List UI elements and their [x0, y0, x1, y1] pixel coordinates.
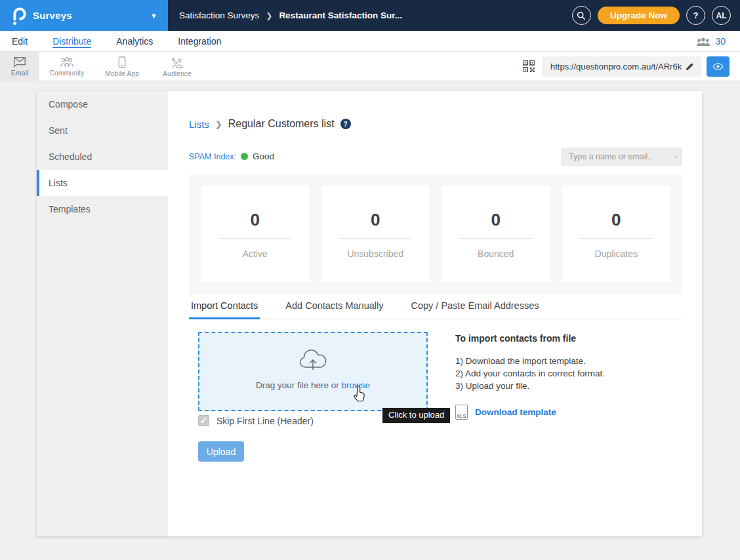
preview-button[interactable] [707, 56, 730, 77]
instruction-step: 1) Download the import template. [455, 355, 678, 367]
channel-email[interactable]: Email [0, 52, 39, 81]
chevron-right-icon: ❯ [215, 119, 222, 129]
respondent-counter[interactable]: 30 [696, 31, 726, 52]
skip-first-line-checkbox[interactable]: ✓ [198, 415, 209, 426]
stat-label: Active [201, 249, 309, 259]
tab-analytics[interactable]: Analytics [116, 36, 153, 47]
topbar-actions: Upgrade Now ? AL [572, 6, 731, 25]
skip-first-line-row: ✓ Skip First Line (Header) [198, 415, 314, 426]
sidebar-item-scheduled[interactable]: Scheduled [37, 144, 168, 170]
email-icon [13, 56, 26, 68]
stat-value: 0 [442, 210, 550, 230]
browse-link[interactable]: browse [342, 380, 371, 390]
qr-code-icon [523, 60, 535, 72]
contact-search[interactable] [561, 148, 682, 166]
eye-icon [712, 63, 724, 70]
channel-mobile-app[interactable]: Mobile App [94, 52, 150, 81]
breadcrumb-survey[interactable]: Restaurant Satisfaction Sur... [279, 10, 402, 20]
lists-content: Lists ❯ Regular Customers list ? SPAM In… [168, 91, 702, 536]
email-sidebar: Compose Sent Scheduled Lists Templates [37, 91, 168, 536]
sidebar-item-lists[interactable]: Lists [37, 170, 168, 196]
tab-integration[interactable]: Integration [178, 36, 221, 47]
download-template-row: XLS Download template [455, 405, 678, 420]
file-dropzone[interactable]: Drag your file here or browse [198, 332, 428, 411]
respondent-count: 30 [715, 36, 726, 47]
stat-card-unsubscribed: 0 Unsubscribed [322, 186, 430, 282]
upload-button[interactable]: Upload [198, 441, 244, 462]
contact-tabs: Import Contacts Add Contacts Manually Co… [189, 300, 682, 319]
stat-card-duplicates: 0 Duplicates [563, 186, 670, 282]
stat-card-bounced: 0 Bounced [442, 186, 550, 282]
stat-label: Bounced [442, 249, 550, 259]
help-button[interactable]: ? [686, 6, 705, 25]
spam-status-text: Good [253, 151, 274, 161]
chevron-right-icon: ❯ [266, 11, 272, 20]
instructions-title: To import contacts from file [455, 333, 678, 344]
stat-label: Duplicates [563, 249, 670, 259]
breadcrumb: Satisfaction Surveys ❯ Restaurant Satisf… [179, 10, 402, 20]
upgrade-now-button[interactable]: Upgrade Now [598, 7, 680, 24]
instruction-step: 3) Upload your file. [455, 380, 678, 392]
people-icon [696, 37, 710, 47]
app-title: Surveys [33, 10, 72, 21]
dropzone-text: Drag your file here or browse [256, 380, 370, 390]
list-name: Regular Customers list [228, 118, 335, 130]
stat-value: 0 [322, 210, 430, 230]
upload-tooltip: Click to upload [382, 408, 450, 423]
stat-card-active: 0 Active [201, 186, 309, 282]
distribute-toolbar: Email Community Mobile App $ [0, 52, 740, 81]
spam-index-label: SPAM Index: [189, 152, 236, 161]
stat-label: Unsubscribed [322, 249, 430, 259]
contact-search-input[interactable] [569, 152, 674, 161]
instruction-step: 2) Add your contacts in correct format. [455, 367, 678, 380]
tab-import-contacts[interactable]: Import Contacts [189, 300, 260, 319]
xls-file-icon: XLS [455, 405, 468, 420]
product-switcher[interactable]: Surveys ▼ [0, 0, 168, 31]
survey-url-field[interactable]: https://questionpro.com.au/t/ARr6k [542, 56, 701, 77]
download-template-link[interactable]: Download template [475, 407, 556, 417]
qr-code-button[interactable] [523, 60, 535, 72]
sidebar-item-sent[interactable]: Sent [37, 117, 168, 144]
tab-edit[interactable]: Edit [12, 36, 28, 47]
upload-cloud-icon [297, 348, 329, 372]
channel-community[interactable]: Community [39, 52, 94, 81]
survey-nav: Edit Distribute Analytics Integration 30 [0, 31, 740, 52]
breadcrumb-folder[interactable]: Satisfaction Surveys [179, 10, 259, 20]
survey-url: https://questionpro.com.au/t/ARr6k [550, 62, 685, 71]
import-instructions: To import contacts from file 1) Download… [455, 333, 678, 420]
stat-value: 0 [563, 210, 670, 230]
list-stats: 0 Active 0 Unsubscribed 0 Bounced 0 Dupl… [189, 174, 682, 294]
tab-copy-paste-emails[interactable]: Copy / Paste Email Addresses [409, 300, 541, 319]
questionpro-logo-icon [10, 6, 26, 26]
lists-link[interactable]: Lists [189, 119, 209, 130]
tab-add-contacts-manually[interactable]: Add Contacts Manually [283, 300, 385, 319]
chevron-down-icon: ▼ [150, 12, 157, 20]
sidebar-item-templates[interactable]: Templates [37, 196, 168, 222]
stat-value: 0 [201, 210, 309, 230]
skip-first-line-label: Skip First Line (Header) [216, 416, 314, 426]
search-icon[interactable] [674, 152, 677, 162]
list-breadcrumb: Lists ❯ Regular Customers list ? [189, 118, 351, 130]
list-help-icon[interactable]: ? [340, 119, 351, 129]
audience-icon: $ [170, 56, 184, 68]
channel-audience[interactable]: $ Audience [150, 52, 205, 81]
top-bar: Surveys ▼ Satisfaction Surveys ❯ Restaur… [0, 0, 740, 31]
svg-text:$: $ [172, 56, 175, 62]
tab-distribute[interactable]: Distribute [52, 36, 91, 47]
spam-status-dot [241, 153, 248, 160]
mobile-icon [118, 56, 126, 68]
community-icon [60, 56, 74, 68]
sidebar-item-compose[interactable]: Compose [37, 91, 168, 117]
avatar[interactable]: AL [712, 6, 731, 25]
search-button[interactable] [572, 6, 591, 25]
search-icon [577, 11, 586, 20]
email-lists-panel: Compose Sent Scheduled Lists Templates L… [37, 91, 702, 536]
edit-pencil-icon[interactable] [685, 62, 695, 71]
spam-index: SPAM Index: Good [189, 151, 274, 161]
